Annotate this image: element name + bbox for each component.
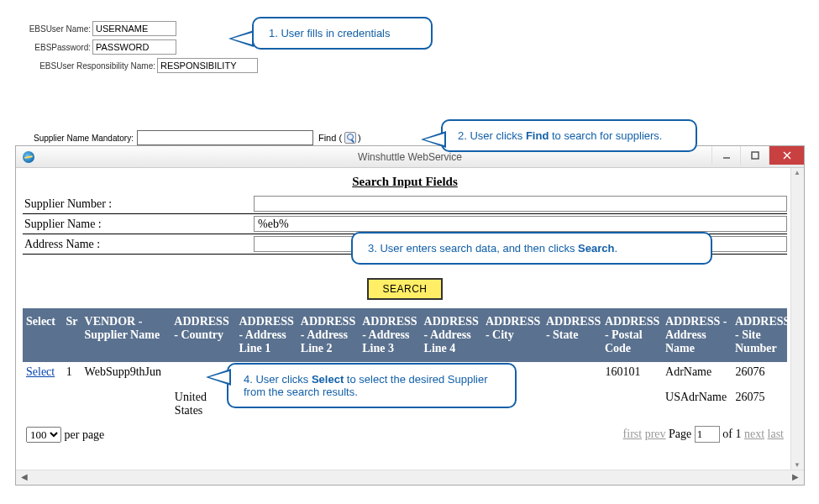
find-magnifier-icon[interactable] (344, 132, 356, 144)
hdr-line4: ADDRESS - Address Line 4 (421, 313, 482, 357)
hdr-vendor: VENDOR - Supplier Name (81, 313, 171, 357)
address-name-label: Address Name : (23, 238, 254, 251)
search-button[interactable]: SEARCH (367, 278, 442, 300)
window-title: Winshuttle WebService (358, 151, 462, 163)
hdr-city: ADDRESS - City (482, 313, 543, 357)
prev-link[interactable]: prev (645, 428, 666, 440)
user-label: EBSUser Name: (25, 24, 91, 34)
search-input-fields-heading: Search Input Fields (23, 175, 787, 189)
supplier-mandatory-label: Supplier Name Mandatory: (34, 134, 134, 143)
resp-label: EBSUser Responsibility Name: (25, 61, 155, 71)
hdr-sitenum: ADDRESS - Site Number (732, 313, 787, 357)
hdr-state: ADDRESS - State (543, 313, 601, 357)
user-row: EBSUser Name: (25, 21, 258, 36)
webservice-window: Winshuttle WebService Search Input Field… (15, 145, 805, 486)
ebs-responsibility-input[interactable] (157, 58, 258, 73)
grid-header: Select Sr VENDOR - Supplier Name ADDRESS… (23, 308, 787, 362)
window-buttons (711, 146, 804, 165)
last-link[interactable]: last (768, 428, 784, 440)
find-close: ) (358, 133, 361, 143)
supplier-number-input[interactable] (254, 196, 787, 212)
hdr-select: Select (23, 313, 63, 357)
callout-1: 1. User fills in credentials (252, 17, 433, 50)
next-link[interactable]: next (744, 428, 764, 440)
credentials-block: EBSUser Name: EBSPassword: EBSUser Respo… (25, 21, 258, 76)
pass-row: EBSPassword: (25, 39, 258, 55)
find-label: Find ( (318, 133, 342, 143)
ebs-user-input[interactable] (92, 21, 176, 36)
supplier-mandatory-row: Supplier Name Mandatory: Find ( ) (34, 130, 361, 145)
horizontal-scrollbar[interactable] (16, 470, 804, 485)
supplier-name-label: Supplier Name : (23, 218, 254, 231)
cell-sitenum: 26075 (732, 389, 787, 419)
cell-sr: 1 (63, 364, 81, 381)
hdr-line1: ADDRESS - Address Line 1 (235, 313, 297, 357)
hdr-country: ADDRESS - Country (171, 313, 235, 357)
window-body: Search Input Fields Supplier Number : Su… (16, 168, 804, 470)
svg-rect-1 (752, 152, 759, 159)
cell-adrname: USAdrName (662, 389, 732, 419)
search-button-wrap: SEARCH (23, 278, 787, 300)
callout-2: 2. User clicks Find to search for suppli… (441, 119, 697, 152)
vertical-scrollbar[interactable] (790, 168, 804, 470)
per-page-suffix: per page (65, 428, 105, 441)
hdr-sr: Sr (63, 313, 81, 357)
ebs-password-input[interactable] (92, 39, 176, 55)
cell-vendor: WebSupp9thJun (81, 364, 171, 381)
select-link[interactable]: Select (26, 365, 55, 378)
hdr-line3: ADDRESS - Address Line 3 (359, 313, 420, 357)
pager-left: 100 per page (26, 427, 104, 443)
pager-right: first prev Page of 1 next last (623, 426, 784, 443)
callout-3: 3. User enters search data, and then cli… (351, 232, 712, 265)
close-button[interactable] (769, 146, 804, 165)
first-link[interactable]: first (623, 428, 643, 440)
ie-icon (23, 151, 34, 163)
cell-sitenum: 26076 (732, 364, 787, 381)
page-label: Page (669, 428, 691, 440)
callout-4: 4. User clicks Select to select the desi… (227, 363, 517, 408)
cell-adrname: AdrName (662, 364, 732, 381)
supplier-number-label: Supplier Number : (23, 197, 254, 211)
supplier-mandatory-input[interactable] (137, 130, 313, 145)
resp-row: EBSUser Responsibility Name: (25, 58, 258, 73)
page-input[interactable] (695, 426, 720, 443)
minimize-button[interactable] (711, 146, 740, 165)
maximize-button[interactable] (740, 146, 769, 165)
hdr-adrname: ADDRESS - Address Name (662, 313, 732, 357)
hdr-postal: ADDRESS - Postal Code (601, 313, 662, 357)
supplier-number-row: Supplier Number : (23, 194, 787, 214)
supplier-name-input[interactable] (254, 216, 787, 232)
per-page-select[interactable]: 100 (26, 427, 61, 443)
hdr-line2: ADDRESS - Address Line 2 (297, 313, 359, 357)
cell-postal: 160101 (601, 364, 662, 381)
pass-label: EBSPassword: (25, 43, 91, 52)
pager: 100 per page first prev Page of 1 next l… (23, 426, 787, 443)
page-of: of 1 (722, 428, 741, 440)
